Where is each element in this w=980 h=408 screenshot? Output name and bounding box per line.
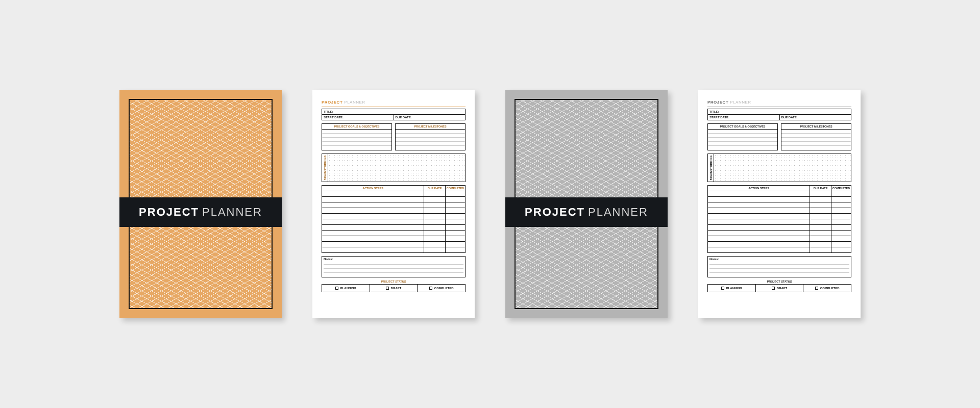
heading-light: PLANNER: [730, 100, 751, 105]
heading-rule: [707, 107, 851, 107]
title-label: TITLE:: [708, 109, 851, 115]
milestones-lines: [781, 130, 851, 150]
brainstorming-tab: BRAINSTORMING: [322, 154, 328, 182]
sheet-heading: PROJECTPLANNER: [707, 100, 851, 105]
planner-sheet: PROJECTPLANNER TITLE: START DATE: DUE DA…: [312, 90, 475, 300]
brainstorming-label: BRAINSTORMING: [709, 155, 713, 180]
status-header: PROJECT STATUS: [707, 280, 851, 283]
goals-panel: PROJECT GOALS & OBJECTIVES: [707, 123, 778, 150]
status-completed-label: COMPLETED: [820, 287, 840, 290]
action-due-header: DUE DATE: [810, 186, 831, 191]
action-rows: [322, 191, 465, 252]
due-date-label: DUE DATE:: [780, 115, 851, 120]
brainstorming-panel: BRAINSTORMING: [322, 154, 465, 182]
planner-page-orange: PROJECTPLANNER TITLE: START DATE: DUE DA…: [312, 90, 475, 318]
checkbox-icon: [721, 287, 724, 290]
milestones-panel: PROJECT MILESTONES: [781, 123, 851, 150]
status-header: PROJECT STATUS: [322, 280, 465, 283]
status-completed: COMPLETED: [803, 285, 851, 292]
sheet-heading: PROJECTPLANNER: [322, 100, 465, 105]
cover-title-band: PROJECT PLANNER: [119, 197, 282, 227]
status-planning: PLANNING: [708, 285, 755, 292]
brainstorming-panel: BRAINSTORMING: [707, 154, 851, 182]
due-date-label: DUE DATE:: [394, 115, 465, 120]
cover-title-light: PLANNER: [202, 206, 262, 219]
checkbox-icon: [772, 287, 775, 290]
action-due-header: DUE DATE: [424, 186, 446, 191]
title-date-box: TITLE: START DATE: DUE DATE:: [322, 109, 465, 120]
cover-page-gray: PROJECT PLANNER: [505, 90, 668, 318]
checkbox-icon: [815, 287, 818, 290]
status-planning-label: PLANNING: [340, 287, 356, 290]
milestones-lines: [396, 130, 465, 150]
heading-bold: PROJECT: [322, 100, 342, 105]
cover-title-bold: PROJECT: [525, 206, 585, 219]
heading-light: PLANNER: [344, 100, 365, 105]
status-draft: DRAFT: [370, 285, 418, 292]
checkbox-icon: [429, 287, 432, 290]
checkbox-icon: [386, 287, 389, 290]
planner-sheet: PROJECTPLANNER TITLE: START DATE: DUE DA…: [698, 90, 861, 300]
action-table: ACTION STEPS DUE DATE COMPLETED: [322, 185, 465, 253]
notes-panel: Notes:: [707, 256, 851, 277]
brainstorming-tab: BRAINSTORMING: [708, 154, 714, 182]
title-label: TITLE:: [322, 109, 465, 115]
goals-panel: PROJECT GOALS & OBJECTIVES: [322, 123, 392, 150]
checkbox-icon: [335, 287, 338, 290]
notes-panel: Notes:: [322, 256, 465, 277]
action-header-row: ACTION STEPS DUE DATE COMPLETED: [322, 186, 465, 191]
goals-header: PROJECT GOALS & OBJECTIVES: [322, 124, 391, 130]
cover-title-band: PROJECT PLANNER: [505, 197, 668, 227]
action-completed-header: COMPLETED: [831, 186, 851, 191]
status-planning: PLANNING: [322, 285, 370, 292]
action-completed-header: COMPLETED: [446, 186, 465, 191]
action-rows: [708, 191, 851, 252]
goals-lines: [322, 130, 391, 150]
status-draft: DRAFT: [755, 285, 803, 292]
planner-page-gray: PROJECTPLANNER TITLE: START DATE: DUE DA…: [698, 90, 861, 318]
heading-rule: [322, 107, 465, 107]
action-steps-header: ACTION STEPS: [322, 186, 424, 191]
goals-header: PROJECT GOALS & OBJECTIVES: [708, 124, 777, 130]
brainstorming-label: BRAINSTORMING: [324, 155, 327, 180]
cover-title-light: PLANNER: [588, 206, 648, 219]
brainstorming-dotgrid: [328, 154, 465, 182]
goals-lines: [708, 130, 777, 150]
action-header-row: ACTION STEPS DUE DATE COMPLETED: [708, 186, 851, 191]
action-table: ACTION STEPS DUE DATE COMPLETED: [707, 185, 851, 253]
start-date-label: START DATE:: [322, 115, 394, 120]
status-completed: COMPLETED: [417, 285, 465, 292]
brainstorming-dotgrid: [714, 154, 851, 182]
status-grid: PLANNING DRAFT COMPLETED: [707, 284, 851, 292]
action-steps-header: ACTION STEPS: [708, 186, 810, 191]
cover-page-orange: PROJECT PLANNER: [119, 90, 282, 318]
status-planning-label: PLANNING: [726, 287, 742, 290]
cover-title-bold: PROJECT: [139, 206, 199, 219]
start-date-label: START DATE:: [708, 115, 780, 120]
title-date-box: TITLE: START DATE: DUE DATE:: [707, 109, 851, 120]
status-draft-label: DRAFT: [777, 287, 787, 290]
status-draft-label: DRAFT: [391, 287, 401, 290]
milestones-panel: PROJECT MILESTONES: [395, 123, 465, 150]
milestones-header: PROJECT MILESTONES: [781, 124, 851, 130]
milestones-header: PROJECT MILESTONES: [396, 124, 465, 130]
status-grid: PLANNING DRAFT COMPLETED: [322, 284, 465, 292]
heading-bold: PROJECT: [707, 100, 728, 105]
status-completed-label: COMPLETED: [434, 287, 454, 290]
